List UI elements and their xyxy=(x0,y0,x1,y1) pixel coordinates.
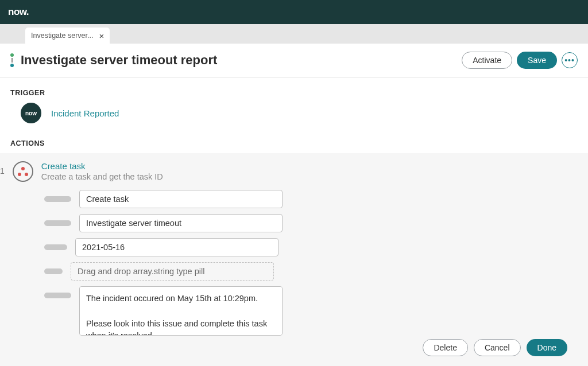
field-label-stub xyxy=(44,268,63,274)
pill-dropzone[interactable]: Drag and drop array.string type pill xyxy=(71,262,274,281)
field-label-stub xyxy=(44,244,67,250)
tab-strip: Investigate server... × xyxy=(0,24,588,44)
description-textarea[interactable] xyxy=(79,286,283,336)
action-number: 1 xyxy=(0,166,5,176)
more-icon[interactable]: ••• xyxy=(562,52,578,68)
action-title: Create task xyxy=(41,161,163,171)
trigger-row[interactable]: now Incident Reported xyxy=(10,103,588,123)
field-label-stub xyxy=(44,220,71,226)
task-name-input[interactable] xyxy=(79,190,283,208)
close-icon[interactable]: × xyxy=(99,31,104,41)
tab-label: Investigate server... xyxy=(31,32,93,40)
topbar: now. xyxy=(0,0,588,24)
action-icon xyxy=(13,161,33,182)
task-title-input[interactable] xyxy=(79,214,283,232)
cancel-button[interactable]: Cancel xyxy=(474,339,521,356)
action-form: Drag and drop array.string type pill xyxy=(0,190,578,336)
brand-logo: now. xyxy=(8,6,29,18)
activate-button[interactable]: Activate xyxy=(462,52,512,69)
actions-section-label: ACTIONS xyxy=(10,139,588,147)
action-header: 1 Create task Create a task and get the … xyxy=(0,161,578,182)
trigger-name: Incident Reported xyxy=(51,108,119,118)
field-label-stub xyxy=(44,196,71,202)
tab-investigate[interactable]: Investigate server... × xyxy=(25,28,110,44)
field-label-stub xyxy=(44,293,71,298)
content: TRIGGER now Incident Reported ACTIONS xyxy=(0,77,588,147)
done-button[interactable]: Done xyxy=(527,339,567,356)
action-card: 1 Create task Create a task and get the … xyxy=(0,153,588,366)
header-actions: Activate Save ••• xyxy=(462,52,578,69)
page-header: Investigate server timeout report Activa… xyxy=(0,44,588,77)
delete-button[interactable]: Delete xyxy=(423,339,467,356)
trigger-icon: now xyxy=(21,103,41,123)
date-input[interactable] xyxy=(75,238,278,256)
action-subtitle: Create a task and get the task ID xyxy=(41,172,163,181)
action-buttons: Delete Cancel Done xyxy=(0,339,578,356)
flow-icon xyxy=(10,53,14,67)
save-button[interactable]: Save xyxy=(517,52,557,69)
trigger-section-label: TRIGGER xyxy=(10,89,588,97)
page-title: Investigate server timeout report xyxy=(21,53,455,68)
